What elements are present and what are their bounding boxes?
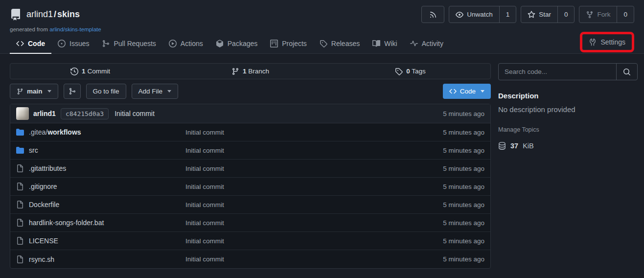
tab-pull-requests[interactable]: Pull Requests [95,34,162,54]
fork-count[interactable]: 0 [617,6,634,23]
code-icon [16,40,24,47]
file-name-link[interactable]: rsync.sh [29,255,54,263]
repo-main-column: 1 Commit 1 Branch 0 Tags main Go to file [10,63,491,269]
file-commit-message[interactable]: Initial commit [185,129,443,136]
tab-releases[interactable]: Releases [313,34,366,54]
description-heading: Description [498,92,638,100]
file-commit-time: 5 minutes ago [443,237,484,245]
history-icon [70,68,78,75]
code-download-button[interactable]: Code [443,84,491,99]
tab-code[interactable]: Code [10,34,51,54]
description-text: No description provided [498,105,638,114]
file-commit-message[interactable]: Initial commit [185,165,443,172]
fork-button-group: Fork 0 [579,6,634,23]
go-to-file-button[interactable]: Go to file [86,84,126,99]
search-button[interactable] [616,64,637,80]
commit-message-link[interactable]: Initial commit [115,110,155,117]
tab-actions[interactable]: Actions [162,34,209,54]
repo-sidebar: Description No description provided Mana… [498,63,638,269]
tab-projects[interactable]: Projects [264,34,313,54]
search-input[interactable] [499,64,616,80]
commits-stat[interactable]: 1 Commit [10,64,170,79]
repo-toolbar: main Go to file Add File Code [10,84,491,99]
folder-icon [16,146,24,154]
tab-settings[interactable]: Settings [589,38,625,46]
file-icon [16,183,24,190]
file-commit-message[interactable]: Initial commit [185,255,443,263]
table-row: hardlink-songs-folder.bat Initial commit… [10,214,490,232]
file-commit-message[interactable]: Initial commit [185,201,443,208]
commit-hash-link[interactable]: c84215d0a3 [61,108,109,119]
manage-topics-link[interactable]: Manage Topics [498,126,638,133]
chevron-down-icon [47,90,51,93]
repo-action-buttons: Unwatch 1 Star 0 [421,6,634,23]
tag-icon [395,68,403,75]
file-commit-time: 5 minutes ago [443,165,484,172]
code-search-box [498,63,638,80]
commit-time: 5 minutes ago [443,110,484,117]
file-commit-time: 5 minutes ago [443,255,484,263]
table-row: .gitattributes Initial commit 5 minutes … [10,160,490,178]
rss-icon [429,11,437,19]
tab-issues[interactable]: Issues [51,34,95,54]
table-row: src Initial commit 5 minutes ago [10,141,490,160]
tab-activity[interactable]: Activity [404,34,450,54]
file-name-link[interactable]: .gitignore [29,183,57,190]
repo-name-link[interactable]: skins [57,9,80,19]
file-name-link[interactable]: Dockerfile [29,201,59,208]
file-commit-message[interactable]: Initial commit [185,147,443,154]
compare-icon [69,88,76,95]
branches-stat[interactable]: 1 Branch [170,64,330,79]
fork-button[interactable]: Fork [579,6,617,23]
branch-icon [231,68,239,75]
repo-title-separator: / [54,9,56,19]
file-commit-message[interactable]: Initial commit [185,183,443,190]
file-name-link[interactable]: hardlink-songs-folder.bat [29,219,104,227]
branch-icon [17,88,23,95]
star-button[interactable]: Star [521,6,557,23]
repo-header: arlind1/skins Unwatch 1 [0,0,644,54]
file-name-link[interactable]: .gitea/workflows [29,128,81,136]
repo-book-icon [10,9,22,21]
tags-stat[interactable]: 0 Tags [330,64,490,79]
star-count[interactable]: 0 [557,6,575,23]
latest-commit-row: arlind1 c84215d0a3 Initial commit 5 minu… [10,104,490,123]
repo-title: arlind1/skins [10,9,80,21]
file-commit-message[interactable]: Initial commit [185,219,443,227]
file-name-link[interactable]: LICENSE [29,237,58,245]
commit-author-link[interactable]: arlind1 [33,110,56,117]
code-icon [449,88,457,95]
compare-button[interactable] [64,84,81,99]
table-row: .gitignore Initial commit 5 minutes ago [10,178,490,196]
file-commit-time: 5 minutes ago [443,129,484,136]
file-icon [16,164,24,172]
tag-icon [320,40,327,47]
repo-owner-link[interactable]: arlind1 [26,9,53,19]
rss-button[interactable] [421,6,444,23]
tab-packages[interactable]: Packages [209,34,264,54]
repo-stats-bar: 1 Commit 1 Branch 0 Tags [10,63,491,79]
database-icon [498,142,506,150]
unwatch-label: Unwatch [467,11,493,18]
repo-size: 37 KiB [498,142,638,150]
fork-label: Fork [597,11,610,18]
file-name-link[interactable]: .gitattributes [29,164,66,172]
watch-button-group: Unwatch 1 [449,6,516,23]
file-name-link[interactable]: src [29,146,38,154]
avatar[interactable] [16,107,29,120]
table-row: .gitea/workflows Initial commit 5 minute… [10,123,490,141]
tab-settings-highlight-box: Settings [580,32,634,52]
table-row: rsync.sh Initial commit 5 minutes ago [10,250,490,268]
book-icon [372,40,380,47]
tab-wiki[interactable]: Wiki [366,34,403,54]
pull-request-icon [102,40,110,47]
watch-count[interactable]: 1 [499,6,516,23]
template-repo-link[interactable]: arlind/skins-template [49,26,101,32]
repo-tab-bar: Code Issues Pull Requests Actions Packag… [0,32,644,54]
pulse-icon [410,40,418,47]
add-file-button[interactable]: Add File [132,84,179,99]
file-commit-message[interactable]: Initial commit [185,237,443,245]
chevron-down-icon [167,90,171,93]
unwatch-button[interactable]: Unwatch [449,6,499,23]
branch-selector[interactable]: main [10,84,58,99]
